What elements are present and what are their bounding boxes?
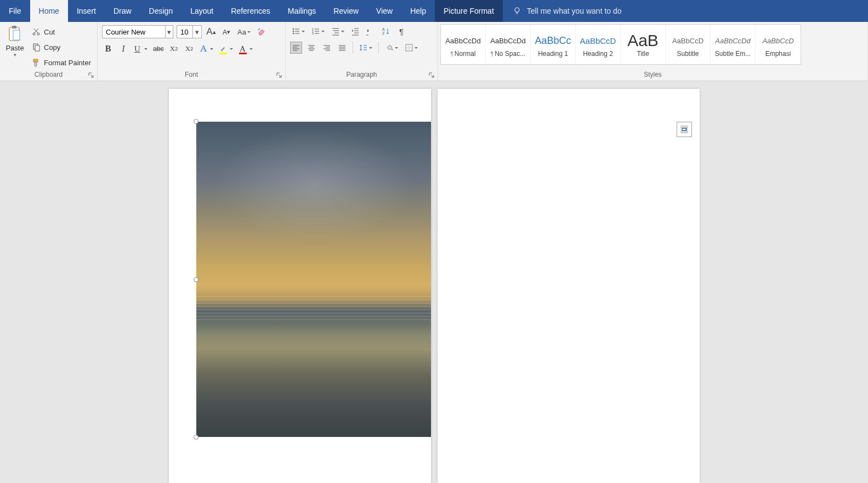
font-size-dropdown-icon[interactable]: ▾ bbox=[192, 26, 201, 38]
tab-picture-format[interactable]: Picture Format bbox=[435, 0, 503, 22]
tab-help[interactable]: Help bbox=[401, 0, 435, 22]
svg-point-9 bbox=[293, 31, 294, 32]
copy-button[interactable]: Copy bbox=[30, 41, 93, 54]
style-name-label: Subtitle bbox=[677, 50, 699, 58]
paragraph-launcher[interactable] bbox=[428, 71, 435, 79]
borders-button[interactable] bbox=[403, 42, 419, 54]
style-name-label: Subtle Em... bbox=[715, 50, 751, 58]
increase-indent-button[interactable] bbox=[365, 25, 377, 37]
underline-button[interactable]: U bbox=[133, 43, 149, 55]
style-item-emphasi[interactable]: AaBbCcD Emphasi bbox=[756, 25, 801, 64]
clipboard-group-label: Clipboard bbox=[0, 70, 97, 81]
align-right-button[interactable] bbox=[321, 42, 333, 54]
multilevel-icon bbox=[331, 27, 340, 36]
svg-point-10 bbox=[293, 33, 294, 35]
style-preview: AaBbCcD bbox=[580, 31, 616, 50]
font-name-input[interactable] bbox=[103, 28, 165, 36]
style-name-label: Heading 1 bbox=[538, 50, 568, 58]
tab-file[interactable]: File bbox=[0, 0, 30, 22]
page-2[interactable] bbox=[438, 89, 700, 483]
outdent-icon bbox=[351, 27, 360, 36]
show-marks-button[interactable]: ¶ bbox=[395, 25, 407, 37]
svg-text:Z: Z bbox=[382, 31, 385, 35]
bullets-button[interactable] bbox=[290, 25, 307, 37]
style-item-heading-2[interactable]: AaBbCcD Heading 2 bbox=[576, 25, 621, 64]
style-item-heading-1[interactable]: AaBbCc Heading 1 bbox=[531, 25, 576, 64]
tab-draw[interactable]: Draw bbox=[105, 0, 140, 22]
format-painter-label: Format Painter bbox=[44, 59, 91, 67]
format-painter-button[interactable]: Format Painter bbox=[30, 56, 93, 69]
change-case-button[interactable]: Aa bbox=[236, 26, 252, 38]
layout-options-button[interactable] bbox=[677, 122, 692, 137]
font-color-button[interactable]: A bbox=[238, 43, 254, 55]
style-name-label: Emphasi bbox=[765, 50, 791, 58]
style-gallery[interactable]: AaBbCcDd¶ NormalAaBbCcDd¶ No Spac...AaBb… bbox=[440, 24, 801, 65]
strikethrough-button[interactable]: abc bbox=[152, 43, 164, 55]
group-clipboard: Paste ▾ Cut Copy Format Painter Clipboar… bbox=[0, 22, 98, 81]
style-item-subtle-em-[interactable]: AaBbCcDd Subtle Em... bbox=[711, 25, 756, 64]
text-effects-button[interactable]: A bbox=[198, 43, 215, 55]
shading-button[interactable] bbox=[383, 42, 400, 54]
paste-button[interactable]: Paste ▾ bbox=[2, 24, 27, 58]
align-center-button[interactable] bbox=[305, 42, 317, 54]
style-item-no-spac-[interactable]: AaBbCcDd¶ No Spac... bbox=[486, 25, 531, 64]
tab-mailings[interactable]: Mailings bbox=[279, 0, 325, 22]
style-preview: AaB bbox=[627, 31, 659, 50]
numbering-icon: 123 bbox=[311, 27, 320, 36]
tab-review[interactable]: Review bbox=[325, 0, 367, 22]
tab-view[interactable]: View bbox=[367, 0, 401, 22]
cut-button[interactable]: Cut bbox=[30, 25, 93, 38]
resize-handle-top-left[interactable] bbox=[194, 119, 198, 124]
multilevel-list-button[interactable] bbox=[330, 25, 346, 37]
align-center-icon bbox=[307, 43, 316, 52]
selected-picture[interactable] bbox=[196, 122, 431, 437]
align-left-button[interactable] bbox=[290, 42, 302, 54]
font-name-combo[interactable]: ▾ bbox=[102, 25, 173, 38]
style-preview: AaBbCcD bbox=[672, 31, 704, 50]
layout-options-icon bbox=[679, 124, 689, 134]
sort-button[interactable]: AZ bbox=[380, 25, 392, 37]
clear-formatting-button[interactable] bbox=[256, 26, 268, 38]
tab-home[interactable]: Home bbox=[30, 0, 68, 22]
subscript-button[interactable]: X2 bbox=[168, 43, 180, 55]
line-spacing-button[interactable] bbox=[358, 42, 374, 54]
group-paragraph: 123 AZ ¶ Paragraph bbox=[286, 22, 438, 81]
tab-insert[interactable]: Insert bbox=[68, 0, 105, 22]
font-size-input[interactable] bbox=[177, 28, 192, 36]
superscript-button[interactable]: X2 bbox=[183, 43, 195, 55]
font-launcher[interactable] bbox=[275, 71, 283, 79]
align-left-icon bbox=[292, 43, 300, 52]
tab-layout[interactable]: Layout bbox=[181, 0, 222, 22]
font-name-dropdown-icon[interactable]: ▾ bbox=[165, 26, 173, 38]
bold-button[interactable]: B bbox=[102, 43, 114, 55]
tell-me-search[interactable]: Tell me what you want to do bbox=[503, 0, 632, 22]
style-item-normal[interactable]: AaBbCcDd¶ Normal bbox=[441, 25, 486, 64]
shrink-font-button[interactable]: A▾ bbox=[220, 26, 232, 38]
svg-point-8 bbox=[293, 29, 294, 30]
beach-sunset-image[interactable] bbox=[196, 122, 431, 437]
font-size-combo[interactable]: ▾ bbox=[177, 25, 202, 38]
cut-label: Cut bbox=[44, 28, 55, 36]
resize-handle-bottom-left[interactable] bbox=[194, 435, 198, 440]
justify-button[interactable] bbox=[336, 42, 348, 54]
style-item-subtitle[interactable]: AaBbCcD Subtitle bbox=[666, 25, 711, 64]
resize-handle-middle-left[interactable] bbox=[194, 277, 198, 282]
svg-point-4 bbox=[33, 33, 35, 35]
document-area[interactable] bbox=[0, 81, 868, 483]
ribbon: Paste ▾ Cut Copy Format Painter Clipboar… bbox=[0, 22, 868, 81]
style-item-title[interactable]: AaB Title bbox=[621, 25, 666, 64]
tab-references[interactable]: References bbox=[222, 0, 279, 22]
numbering-button[interactable]: 123 bbox=[310, 25, 326, 37]
clipboard-launcher[interactable] bbox=[87, 71, 95, 79]
italic-button[interactable]: I bbox=[117, 43, 129, 55]
highlight-button[interactable] bbox=[218, 43, 235, 55]
svg-rect-2 bbox=[12, 26, 16, 29]
svg-rect-3 bbox=[13, 30, 20, 40]
group-font: ▾ ▾ A▴ A▾ Aa B I U abc X2 X2 bbox=[98, 22, 286, 81]
paste-icon bbox=[7, 25, 22, 43]
grow-font-button[interactable]: A▴ bbox=[205, 26, 217, 38]
paste-dropdown-icon[interactable]: ▾ bbox=[14, 52, 16, 58]
tab-design[interactable]: Design bbox=[140, 0, 182, 22]
decrease-indent-button[interactable] bbox=[349, 25, 361, 37]
page-1[interactable] bbox=[169, 89, 431, 483]
